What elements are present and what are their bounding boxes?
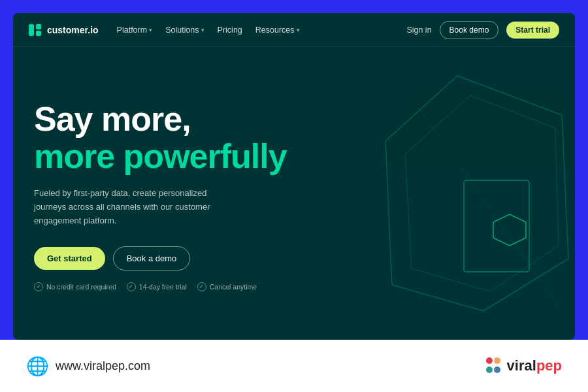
svg-marker-4 — [405, 95, 559, 291]
logo-text: customer.io — [47, 25, 99, 35]
logo: customer.io — [29, 24, 99, 36]
svg-marker-3 — [385, 76, 568, 311]
svg-line-8 — [392, 128, 568, 298]
dot-teal — [486, 367, 493, 373]
viralpep-dots-icon — [486, 357, 503, 374]
nav-pricing[interactable]: Pricing — [218, 25, 242, 35]
nav-platform[interactable]: Platform ▾ — [117, 25, 153, 35]
nav-resources[interactable]: Resources ▾ — [255, 25, 300, 35]
bottom-left: 🌐 www.viralpep.com — [26, 355, 150, 377]
chevron-down-icon: ▾ — [149, 27, 152, 33]
svg-rect-0 — [29, 24, 34, 36]
viralpep-logo: viralpep — [486, 357, 562, 374]
sign-in-link[interactable]: Sign in — [406, 25, 431, 35]
badge-no-credit: ✓ No credit card required — [34, 282, 116, 291]
svg-line-7 — [405, 89, 562, 311]
globe-icon: 🌐 — [26, 355, 49, 377]
check-icon: ✓ — [197, 282, 206, 291]
svg-rect-1 — [36, 24, 41, 29]
chevron-down-icon: ▾ — [201, 27, 204, 33]
book-demo-button[interactable]: Book demo — [440, 21, 499, 39]
logo-icon — [29, 24, 43, 36]
geo-decoration — [353, 47, 575, 340]
book-demo-hero-button[interactable]: Book a demo — [113, 246, 191, 270]
nav-right: Sign in Book demo Start trial — [406, 21, 559, 39]
hero-title-white: Say more, — [34, 101, 321, 138]
dot-orange — [494, 357, 500, 364]
geo-svg — [353, 47, 575, 340]
dot-red — [486, 357, 493, 364]
nav-links: Platform ▾ Solutions ▾ Pricing Resources… — [117, 25, 300, 35]
hero-content: Say more, more powerfully Fueled by firs… — [34, 101, 321, 291]
navbar: customer.io Platform ▾ Solutions ▾ Prici… — [13, 13, 575, 47]
website-url: www.viralpep.com — [56, 359, 150, 373]
start-trial-button[interactable]: Start trial — [506, 22, 559, 39]
site-card: customer.io Platform ▾ Solutions ▾ Prici… — [13, 13, 575, 340]
hero-badges: ✓ No credit card required ✓ 14-day free … — [34, 282, 321, 291]
svg-rect-2 — [36, 31, 41, 36]
nav-solutions[interactable]: Solutions ▾ — [165, 25, 204, 35]
bottom-bar: 🌐 www.viralpep.com viralpep — [0, 340, 588, 392]
viralpep-pep: pep — [536, 357, 562, 374]
get-started-button[interactable]: Get started — [34, 247, 105, 270]
chevron-down-icon: ▾ — [297, 27, 300, 33]
svg-rect-5 — [464, 180, 529, 272]
badge-cancel: ✓ Cancel anytime — [197, 282, 257, 291]
hero-description: Fueled by first-party data, create perso… — [34, 187, 237, 227]
viralpep-text: viralpep — [507, 357, 562, 374]
hero-title-green: more powerfully — [34, 138, 321, 175]
badge-free-trial: ✓ 14-day free trial — [127, 282, 187, 291]
hero-buttons: Get started Book a demo — [34, 246, 321, 270]
hero-section: Say more, more powerfully Fueled by firs… — [13, 47, 575, 340]
outer-frame: customer.io Platform ▾ Solutions ▾ Prici… — [0, 0, 588, 340]
nav-left: customer.io Platform ▾ Solutions ▾ Prici… — [29, 24, 300, 36]
check-icon: ✓ — [34, 282, 43, 291]
dot-blue — [494, 367, 500, 373]
check-icon: ✓ — [127, 282, 136, 291]
